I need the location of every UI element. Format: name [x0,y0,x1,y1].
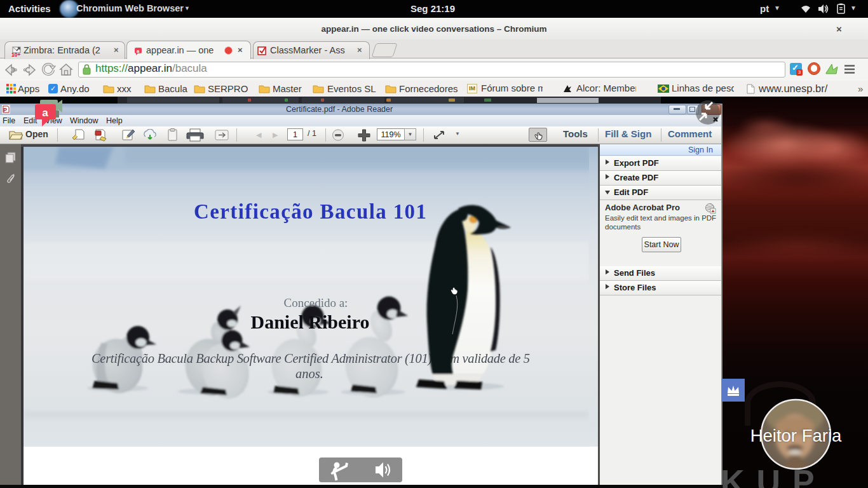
svg-text:10+: 10+ [11,51,20,57]
svg-text:Certificação Bacula 101: Certificação Bacula 101 [194,200,426,223]
svg-text:Certificação Bacula Backup So: Certificação Bacula Backup Software Cert… [92,351,530,366]
svg-text:Daniel Ribeiro: Daniel Ribeiro [251,311,370,332]
svg-text:Concedido a:: Concedido a: [284,296,348,309]
svg-text:anos.: anos. [295,367,323,381]
svg-text:a: a [42,107,48,119]
svg-text:P: P [3,107,7,113]
